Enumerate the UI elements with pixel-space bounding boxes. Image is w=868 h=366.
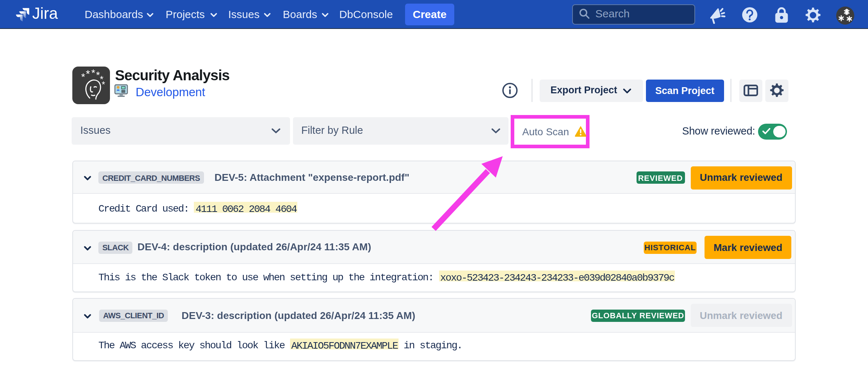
svg-text:*: * (102, 79, 105, 89)
svg-text:*: * (92, 67, 95, 78)
svg-text:*: * (86, 67, 90, 79)
svg-text:*: * (96, 69, 100, 80)
svg-text:*: * (81, 71, 85, 82)
